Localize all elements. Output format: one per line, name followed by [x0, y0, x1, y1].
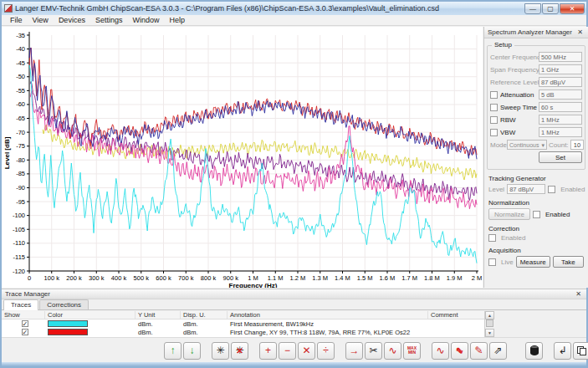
add-traces-button[interactable]: +	[259, 342, 277, 360]
measure-button[interactable]: Measure	[516, 256, 550, 268]
table-scrollbar[interactable]: ▲ ▼	[484, 311, 494, 337]
trace-manager-close-icon[interactable]: ✕	[574, 290, 583, 298]
rbw-field[interactable]: 1 MHz	[539, 115, 582, 125]
setup-field-row: Sweep Time60 s	[490, 102, 582, 112]
show-trace-checkbox[interactable]: ✓	[22, 320, 28, 327]
peak-search-button[interactable]: ∿	[384, 342, 401, 360]
vbw-checkbox[interactable]	[490, 129, 498, 136]
column-header-disp-u-[interactable]: Disp. U.	[181, 311, 228, 319]
tg-level-field[interactable]: 87 dBµV	[507, 184, 545, 194]
trace-annotation: First Measurement, BW19kHz	[228, 320, 428, 328]
setup-field-row: Attenuation5 dB	[490, 89, 582, 100]
menu-item-devices[interactable]: Devices	[54, 16, 90, 24]
scroll-thumb[interactable]	[486, 319, 493, 327]
autoscale-button[interactable]: ✳	[212, 342, 229, 360]
normalization-title: Normalization	[488, 199, 584, 207]
close-button[interactable]: ✕	[560, 3, 585, 14]
show-trace-checkbox[interactable]: ✓	[22, 329, 28, 335]
reference-level-field[interactable]: 87 dBµV	[539, 77, 582, 87]
set-button[interactable]: Set	[539, 151, 582, 163]
trace-view-button[interactable]: ∿	[432, 342, 449, 360]
table-row[interactable]: ✓dBm.dBm.First Measurement, BW19kHz	[2, 319, 493, 328]
shift-trace-button[interactable]: →	[345, 342, 363, 360]
live-checkbox[interactable]	[488, 258, 496, 266]
menu-item-window[interactable]: Window	[127, 16, 164, 24]
column-header-show[interactable]: Show	[2, 311, 45, 319]
tab-corrections[interactable]: Corrections	[39, 299, 89, 309]
import-button[interactable]: ↲	[554, 342, 571, 360]
correction-title: Correction	[488, 225, 584, 233]
scroll-down-icon[interactable]: ▼	[485, 329, 494, 337]
minimize-button[interactable]: —	[524, 3, 541, 14]
vbw-label: VBW	[500, 129, 539, 136]
trace-manager-panel: Trace Manager ✕ TracesCorrections ShowCo…	[2, 289, 586, 337]
menu-item-view[interactable]: View	[28, 16, 54, 24]
annotate-button[interactable]: ✎	[470, 342, 488, 360]
panel-header: Spectrum Analyzer Manager ✕	[484, 27, 588, 38]
count-input[interactable]: 10	[570, 140, 584, 150]
multiply-traces-button[interactable]: ✕	[298, 342, 315, 360]
normalize-button[interactable]: Normalize	[488, 208, 530, 220]
scroll-up-icon[interactable]: ▲	[485, 311, 494, 319]
svg-text:-40: -40	[16, 45, 25, 53]
center-frequency-field[interactable]: 500 MHz	[539, 52, 582, 62]
setup-field-row: Span Frequency1 GHz	[490, 64, 582, 74]
table-row[interactable]: ✓dBm.dBm.First Change, XY 99, TTH:8 118W…	[2, 328, 493, 336]
chart-area[interactable]: 0100 k200 k300 k400 k500 k600 k700 k800 …	[2, 27, 483, 288]
subtract-traces-button[interactable]: −	[279, 342, 296, 360]
chevron-down-icon: ▾	[541, 141, 545, 149]
setup-label: Setup	[492, 41, 514, 49]
svg-text:-50: -50	[16, 73, 25, 80]
mode-label: Mode	[490, 141, 507, 149]
copy-trace-button[interactable]	[573, 342, 588, 360]
svg-text:-120: -120	[13, 268, 25, 275]
column-header-annotation[interactable]: Annotation	[228, 311, 428, 319]
column-header-y-unit[interactable]: Y Unit	[135, 311, 181, 319]
delete-trace-button[interactable]	[525, 342, 543, 360]
menu-item-help[interactable]: Help	[164, 16, 190, 24]
svg-text:-105: -105	[13, 226, 25, 233]
live-label: Live	[501, 258, 514, 266]
trace-color-swatch[interactable]	[48, 329, 88, 335]
correction-enabled-label: Enabled	[501, 234, 525, 242]
span-frequency-field[interactable]: 1 GHz	[539, 64, 582, 74]
rbw-label: RBW	[500, 116, 539, 124]
vbw-field[interactable]: 1 MHz	[539, 127, 582, 137]
svg-text:-85: -85	[16, 170, 25, 177]
tg-enabled-checkbox[interactable]	[548, 186, 555, 193]
move-trace-down-button[interactable]: ↓	[183, 342, 201, 360]
attenuation-checkbox[interactable]	[490, 91, 498, 99]
sweep-time-field[interactable]: 60 s	[539, 102, 582, 112]
cut-trace-button[interactable]: ✂	[365, 342, 382, 360]
tab-traces[interactable]: Traces	[3, 299, 38, 310]
take-button[interactable]: Take	[553, 256, 584, 268]
svg-text:600 k: 600 k	[156, 274, 171, 282]
reference-level-label: Reference Level	[490, 79, 539, 86]
svg-text:300 k: 300 k	[89, 274, 105, 282]
attenuation-field[interactable]: 5 dB	[539, 89, 582, 100]
svg-text:1.8 M: 1.8 M	[424, 274, 440, 282]
mode-value: Continuous	[509, 141, 539, 149]
autoscale-off-button[interactable]: ✳✕	[231, 342, 248, 360]
mode-select[interactable]: Continuous▾	[507, 140, 547, 150]
maximize-button[interactable]: ▢	[542, 3, 559, 14]
svg-text:1 M: 1 M	[248, 274, 258, 282]
column-header-color[interactable]: Color	[45, 311, 135, 319]
max-min-button[interactable]: MAXMIN	[403, 342, 421, 360]
menu-item-file[interactable]: File	[5, 16, 28, 24]
tracking-generator-title: Tracking Generator	[488, 175, 584, 182]
correction-enabled-checkbox[interactable]	[488, 234, 496, 242]
panel-close-icon[interactable]: ✕	[575, 28, 585, 36]
svg-text:1.6 M: 1.6 M	[380, 274, 396, 282]
menu-item-settings[interactable]: Settings	[90, 16, 128, 24]
normalization-enabled-checkbox[interactable]	[533, 211, 540, 218]
sweep-time-checkbox[interactable]	[490, 104, 498, 111]
trace-edit-button[interactable]: ∿✎	[451, 342, 468, 360]
divide-traces-button[interactable]: ÷	[317, 342, 335, 360]
rbw-checkbox[interactable]	[490, 116, 498, 124]
trace-color-swatch[interactable]	[48, 320, 88, 327]
svg-text:1.5 M: 1.5 M	[357, 274, 373, 282]
move-trace-up-button[interactable]: ↑	[164, 342, 182, 360]
export-button[interactable]: ⇗	[489, 342, 507, 360]
setup-field-row: RBW1 MHz	[490, 115, 582, 125]
